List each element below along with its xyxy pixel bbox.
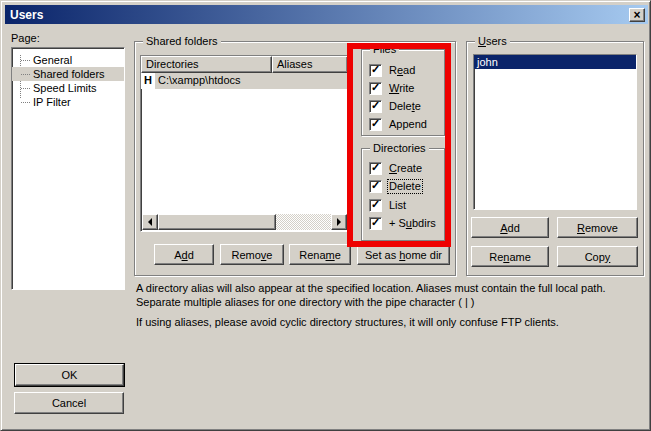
scroll-right-button[interactable] <box>331 214 347 230</box>
files-append-checkbox-row[interactable]: Append <box>369 117 428 131</box>
alias-note-paragraph: If using aliases, please avoid cyclic di… <box>136 315 648 329</box>
checkbox-checked-icon[interactable] <box>369 118 382 131</box>
checkbox-label: List <box>388 199 407 212</box>
checkbox-checked-icon[interactable] <box>369 100 382 113</box>
button-label: Rename <box>299 249 341 261</box>
scroll-right-icon <box>337 218 341 226</box>
page-item-general[interactable]: General <box>12 53 124 67</box>
checkbox-label: Write <box>388 82 415 95</box>
files-permissions-group: Files Read Write Delete Append <box>361 49 445 136</box>
user-remove-button[interactable]: Remove <box>557 217 638 238</box>
horizontal-scrollbar[interactable] <box>142 214 347 230</box>
files-delete-checkbox-row[interactable]: Delete <box>369 99 422 113</box>
button-label: Rename <box>489 251 531 263</box>
checkbox-label: Delete <box>388 180 422 193</box>
shared-folders-group-label: Shared folders <box>143 35 221 47</box>
checkbox-checked-icon[interactable] <box>369 199 382 212</box>
checkbox-label: Append <box>388 118 428 131</box>
page-item-speed-limits[interactable]: Speed Limits <box>12 81 124 95</box>
button-label: Add <box>174 249 194 261</box>
alias-note-paragraph: A directory alias will also appear at th… <box>136 281 648 309</box>
user-copy-button[interactable]: Copy <box>557 246 638 267</box>
user-list-item[interactable]: john <box>474 55 636 69</box>
close-icon: × <box>633 10 640 20</box>
page-item-label: IP Filter <box>33 96 71 108</box>
files-group-label: Files <box>370 43 399 55</box>
checkbox-label: Create <box>388 162 423 175</box>
page-item-label: Speed Limits <box>33 82 97 94</box>
folder-remove-button[interactable]: Remove <box>220 244 284 265</box>
page-item-ip-filter[interactable]: IP Filter <box>12 95 124 109</box>
dirs-create-checkbox-row[interactable]: Create <box>369 161 423 175</box>
column-header-aliases[interactable]: Aliases <box>272 56 348 73</box>
folder-rename-button[interactable]: Rename <box>289 244 351 265</box>
users-group-label: Users <box>475 35 510 47</box>
checkbox-checked-icon[interactable] <box>369 217 382 230</box>
page-item-label: General <box>33 54 72 66</box>
dirs-subdirs-checkbox-row[interactable]: + Subdirs <box>369 216 437 230</box>
home-flag: H <box>141 73 155 89</box>
directories-group-label: Directories <box>370 142 429 154</box>
button-label: Remove <box>232 249 273 261</box>
page-item-shared-folders[interactable]: Shared folders <box>12 67 124 81</box>
set-as-home-dir-button[interactable]: Set as home dir <box>357 244 450 265</box>
files-read-checkbox-row[interactable]: Read <box>369 63 416 77</box>
directory-path: C:\xampp\htdocs <box>155 73 348 89</box>
column-header-directories[interactable]: Directories <box>141 56 272 73</box>
page-list[interactable]: General Shared folders Speed Limits IP F… <box>11 47 125 290</box>
scroll-left-icon <box>148 218 152 226</box>
ok-button[interactable]: OK <box>15 364 124 386</box>
cancel-button[interactable]: Cancel <box>14 392 124 414</box>
page-item-label: Shared folders <box>33 68 105 80</box>
directories-table[interactable]: Directories Aliases H C:\xampp\htdocs <box>140 55 349 232</box>
users-dialog: Users × Page: General Shared folders Spe… <box>0 0 651 431</box>
alias-notes: A directory alias will also appear at th… <box>136 281 648 329</box>
button-label: Cancel <box>52 397 86 409</box>
window-title: Users <box>10 8 43 22</box>
checkbox-checked-icon[interactable] <box>369 82 382 95</box>
scroll-left-button[interactable] <box>142 214 158 230</box>
button-label: OK <box>62 369 78 381</box>
folder-add-button[interactable]: Add <box>154 244 214 265</box>
scrollbar-track[interactable] <box>276 214 331 230</box>
files-write-checkbox-row[interactable]: Write <box>369 81 415 95</box>
scrollbar-thumb[interactable] <box>158 214 276 230</box>
button-label: Remove <box>577 222 618 234</box>
dirs-list-checkbox-row[interactable]: List <box>369 198 407 212</box>
page-label: Page: <box>11 32 40 44</box>
close-button[interactable]: × <box>629 8 645 22</box>
button-label: Set as home dir <box>365 249 442 261</box>
checkbox-checked-icon[interactable] <box>369 162 382 175</box>
user-rename-button[interactable]: Rename <box>471 246 549 267</box>
user-name: john <box>477 56 498 68</box>
directories-permissions-group: Directories Create Delete List + Subdirs <box>361 148 445 241</box>
button-label: Copy <box>585 251 611 263</box>
button-label: Add <box>500 222 520 234</box>
checkbox-label: Delete <box>388 100 422 113</box>
checkbox-checked-icon[interactable] <box>369 180 382 193</box>
checkbox-label: + Subdirs <box>388 217 437 230</box>
table-header: Directories Aliases <box>141 56 348 73</box>
checkbox-label: Read <box>388 64 416 77</box>
checkbox-checked-icon[interactable] <box>369 64 382 77</box>
users-list[interactable]: john <box>473 54 637 210</box>
dirs-delete-checkbox-row[interactable]: Delete <box>369 179 422 193</box>
user-add-button[interactable]: Add <box>471 217 549 238</box>
table-row[interactable]: H C:\xampp\htdocs <box>141 73 348 89</box>
title-bar[interactable]: Users × <box>5 5 648 24</box>
